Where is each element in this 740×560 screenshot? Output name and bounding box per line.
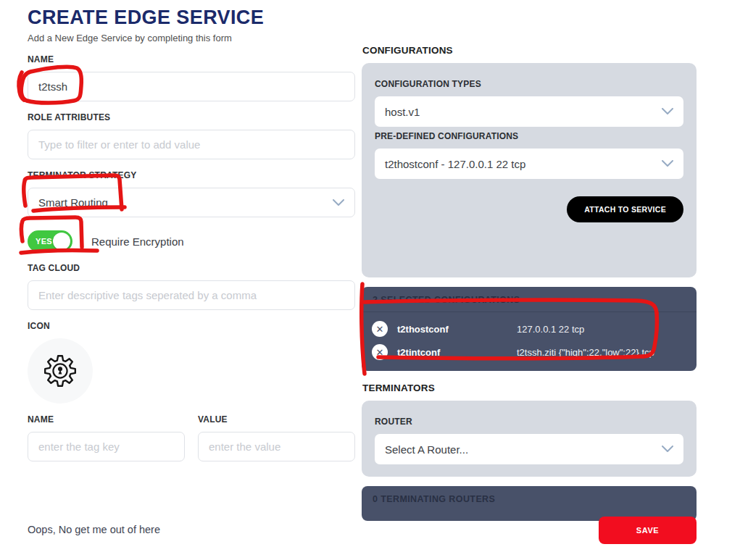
terminators-heading: TERMINATORS — [362, 383, 697, 393]
name-input[interactable] — [28, 72, 355, 101]
circle-x-icon[interactable]: ✕ — [372, 321, 388, 337]
tag-key-input[interactable] — [28, 432, 185, 461]
selected-configurations-panel: 2 SELECTED CONFIGURATIONS ✕ t2thostconf … — [362, 287, 697, 371]
configuration-types-select[interactable]: host.v1 — [375, 96, 683, 127]
selected-configurations-list: ✕ t2thostconf 127.0.0.1 22 tcp ✕ t2tintc… — [362, 312, 697, 371]
router-select[interactable]: Select A Router... — [375, 434, 683, 464]
chevron-down-icon — [662, 446, 673, 453]
icon-label: ICON — [28, 321, 355, 331]
cancel-escape-link[interactable]: Oops, No get me out of here — [28, 524, 160, 535]
chevron-down-icon — [333, 199, 344, 206]
annotation-name-hook — [19, 72, 24, 100]
page-title: CREATE EDGE SERVICE — [28, 7, 355, 28]
predefined-configurations-select[interactable]: t2thostconf - 127.0.0.1 22 tcp — [375, 149, 683, 179]
configurations-column: CONFIGURATIONS CONFIGURATION TYPES host.… — [362, 45, 697, 521]
tag-value-label: VALUE — [198, 414, 355, 425]
configurations-heading: CONFIGURATIONS — [362, 45, 697, 56]
role-attributes-label: ROLE ATTRIBUTES — [28, 112, 355, 122]
custom-tag-row: NAME VALUE — [28, 404, 355, 461]
chevron-down-icon — [662, 108, 673, 115]
selected-configurations-header: 2 SELECTED CONFIGURATIONS — [362, 287, 697, 312]
tag-cloud-label: TAG CLOUD — [28, 263, 355, 273]
terminators-panel: ROUTER Select A Router... — [362, 401, 697, 477]
selected-configuration-row: ✕ t2tintconf t2tssh.ziti {"high":22,"low… — [362, 340, 697, 364]
chevron-down-icon — [662, 160, 673, 167]
encryption-row: YES Require Encryption — [28, 230, 355, 252]
configuration-value: 127.0.0.1 22 tcp — [517, 324, 584, 335]
attach-to-service-button[interactable]: ATTACH TO SERVICE — [567, 196, 683, 222]
router-label: ROUTER — [375, 417, 683, 427]
toggle-state-label: YES — [36, 237, 52, 246]
selected-configuration-row: ✕ t2thostconf 127.0.0.1 22 tcp — [362, 317, 697, 340]
configuration-value: t2tssh.ziti {"high":22,"low":22} tcp — [517, 347, 654, 358]
configuration-types-label: CONFIGURATION TYPES — [375, 79, 683, 89]
terminating-routers-panel: 0 TERMINATING ROUTERS — [362, 486, 697, 521]
terminator-strategy-select[interactable]: Smart Routing — [28, 188, 355, 217]
predefined-configurations-value: t2thostconf - 127.0.0.1 22 tcp — [385, 158, 525, 170]
tag-value-input[interactable] — [198, 432, 355, 461]
name-label: NAME — [28, 54, 355, 64]
service-icon-picker[interactable] — [28, 338, 93, 404]
configuration-name: t2tintconf — [397, 347, 507, 358]
configurations-panel: CONFIGURATION TYPES host.v1 PRE-DEFINED … — [362, 63, 697, 277]
require-encryption-toggle[interactable]: YES — [28, 230, 72, 252]
terminator-strategy-label: TERMINATOR STRATEGY — [28, 170, 355, 180]
toggle-knob — [53, 233, 70, 250]
configuration-types-value: host.v1 — [385, 106, 420, 118]
predefined-configurations-label: PRE-DEFINED CONFIGURATIONS — [375, 131, 683, 141]
router-value: Select A Router... — [385, 443, 468, 456]
page-subtitle: Add a New Edge Service by completing thi… — [28, 33, 355, 43]
tag-cloud-input[interactable] — [28, 280, 355, 310]
create-edge-service-page: CREATE EDGE SERVICE Add a New Edge Servi… — [0, 0, 740, 560]
require-encryption-label: Require Encryption — [91, 235, 184, 248]
terminator-strategy-value: Smart Routing — [38, 196, 108, 209]
circle-x-icon[interactable]: ✕ — [372, 344, 388, 360]
role-attributes-input[interactable] — [28, 130, 355, 159]
gear-lock-icon — [43, 354, 78, 388]
terminating-routers-header: 0 TERMINATING ROUTERS — [362, 486, 697, 511]
configuration-name: t2thostconf — [397, 324, 507, 335]
form-column: CREATE EDGE SERVICE Add a New Edge Servi… — [28, 7, 355, 461]
save-button[interactable]: SAVE — [599, 517, 697, 544]
tag-name-label: NAME — [28, 414, 185, 425]
